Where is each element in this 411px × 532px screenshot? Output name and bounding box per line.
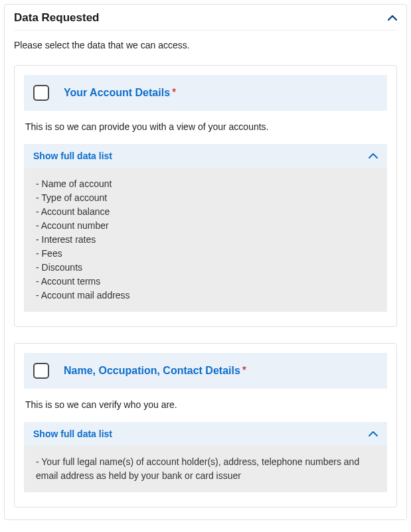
cluster-checkbox[interactable]	[33, 85, 49, 101]
panel-header: Data Requested	[14, 11, 397, 31]
cluster-label-text: Your Account Details	[64, 87, 170, 98]
list-item: Account number	[36, 219, 375, 233]
cluster-description: This is so we can provide you with a vie…	[25, 121, 386, 132]
toggle-label: Show full data list	[33, 429, 112, 439]
instruction-text: Please select the data that we can acces…	[14, 40, 397, 50]
chevron-up-icon	[369, 153, 378, 159]
list-item: Account mail address	[36, 289, 375, 302]
list-item: Account balance	[36, 205, 375, 219]
cluster-label-text: Name, Occupation, Contact Details	[64, 365, 240, 376]
chevron-up-icon[interactable]	[388, 15, 397, 21]
cluster-label: Your Account Details*	[64, 87, 176, 99]
required-star: *	[172, 87, 176, 98]
panel-title: Data Requested	[14, 11, 99, 25]
cluster-header-row: Name, Occupation, Contact Details*	[24, 353, 387, 389]
toggle-label: Show full data list	[33, 151, 112, 161]
data-requested-panel: Data Requested Please select the data th…	[4, 4, 407, 520]
cluster-description: This is so we can verify who you are.	[25, 399, 386, 410]
list-item: Interest rates	[36, 233, 375, 247]
list-item: Account terms	[36, 275, 375, 289]
chevron-up-icon	[369, 431, 378, 437]
cluster-label: Name, Occupation, Contact Details*	[64, 365, 246, 377]
show-full-data-list-toggle[interactable]: Show full data list	[24, 422, 387, 446]
data-list: Your full legal name(s) of account holde…	[24, 446, 387, 492]
list-item: Discounts	[36, 261, 375, 275]
show-full-data-list-toggle[interactable]: Show full data list	[24, 144, 387, 168]
list-item: Fees	[36, 247, 375, 261]
cluster-header-row: Your Account Details*	[24, 75, 387, 111]
cluster-card-account-details: Your Account Details* This is so we can …	[14, 65, 397, 327]
list-item: Your full legal name(s) of account holde…	[36, 455, 375, 483]
list-item: Name of account	[36, 177, 375, 191]
required-star: *	[242, 365, 246, 376]
cluster-checkbox[interactable]	[33, 363, 49, 379]
list-item: Type of account	[36, 191, 375, 205]
cluster-card-name-occupation: Name, Occupation, Contact Details* This …	[14, 343, 397, 507]
data-list: Name of account Type of account Account …	[24, 168, 387, 312]
